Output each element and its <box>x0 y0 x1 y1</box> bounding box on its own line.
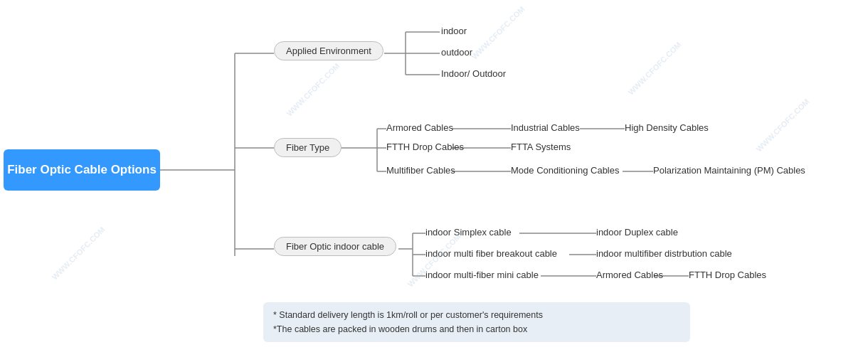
leaf-mode-cond: Mode Conditioning Cables <box>511 165 619 176</box>
note-line1: * Standard delivery length is 1km/roll o… <box>273 308 680 322</box>
leaf-pm-cables: Polarization Maintaining (PM) Cables <box>653 165 805 176</box>
leaf-ftth2: FTTH Drop Cables <box>689 270 766 280</box>
leaf-high-density: High Density Cables <box>625 122 709 133</box>
leaf-duplex: indoor Duplex cable <box>596 227 678 238</box>
leaf-indoor: indoor <box>441 26 467 36</box>
diagram: Fiber Optic Cable Options Applied Enviro… <box>0 0 868 357</box>
leaf-armored2: Armored Cables <box>596 270 663 280</box>
cat-applied-environment: Applied Environment <box>274 41 383 60</box>
leaf-ftth: FTTH Drop Cables <box>386 142 464 152</box>
note-box: * Standard delivery length is 1km/roll o… <box>263 302 690 342</box>
root-node: Fiber Optic Cable Options <box>4 149 160 191</box>
leaf-ftta: FTTA Systems <box>511 142 571 152</box>
cat-indoor-cable: Fiber Optic indoor cable <box>274 237 396 256</box>
leaf-indoor-outdoor: Indoor/ Outdoor <box>441 68 506 79</box>
leaf-armored: Armored Cables <box>386 122 453 133</box>
cat-fiber-type: Fiber Type <box>274 138 342 157</box>
leaf-simplex: indoor Simplex cable <box>425 227 512 238</box>
leaf-mini: indoor multi-fiber mini cable <box>425 270 539 280</box>
leaf-multifiber: Multifiber Cables <box>386 165 455 176</box>
leaf-industrial: Industrial Cables <box>511 122 580 133</box>
leaf-outdoor: outdoor <box>441 47 472 58</box>
leaf-breakout: indoor multi fiber breakout cable <box>425 248 557 259</box>
note-line2: *The cables are packed in wooden drums a… <box>273 322 680 336</box>
leaf-multifiber-dist: indoor multifiber distrbution cable <box>596 248 732 259</box>
